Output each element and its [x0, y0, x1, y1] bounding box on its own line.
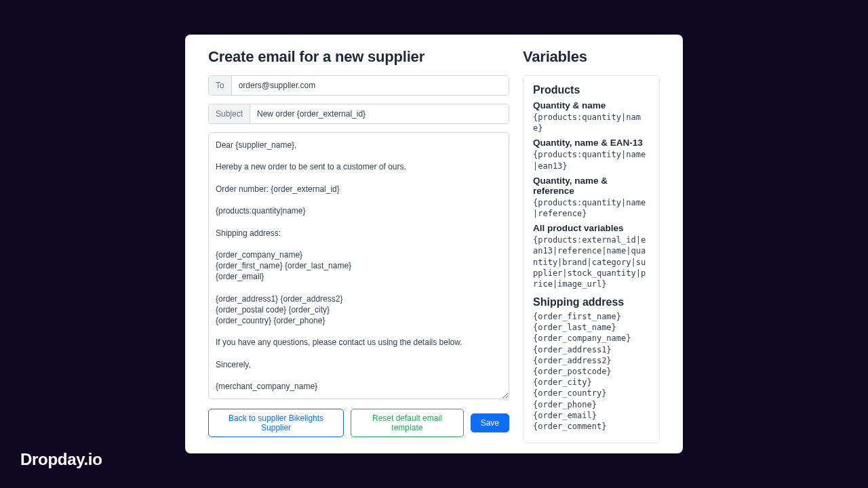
- reset-button[interactable]: Reset default email template: [351, 409, 464, 437]
- var-code: {order_email}: [533, 410, 650, 421]
- var-code: {order_address2}: [533, 355, 650, 366]
- shipping-heading: Shipping address: [533, 296, 650, 308]
- var-label: Quantity & name: [533, 100, 650, 110]
- var-code: {products:external_id|ean13|reference|na…: [533, 235, 650, 289]
- var-code: {products:quantity|name}: [533, 112, 650, 134]
- variables-title: Variables: [523, 48, 660, 66]
- products-heading: Products: [533, 84, 650, 96]
- var-code: {order_country}: [533, 388, 650, 399]
- var-code: {order_first_name}: [533, 311, 650, 322]
- var-code: {products:quantity|name|ean13}: [533, 149, 650, 171]
- action-bar: Back to supplier Bikelights Supplier Res…: [208, 409, 509, 437]
- var-code: {order_address1}: [533, 344, 650, 355]
- to-label: To: [209, 76, 232, 95]
- var-label: All product variables: [533, 223, 650, 233]
- var-code: {order_phone}: [533, 399, 650, 410]
- modal-card: Create email for a new supplier To Subje…: [185, 35, 683, 453]
- to-field-row: To: [208, 75, 509, 96]
- page-title: Create email for a new supplier: [208, 48, 509, 66]
- var-code: {order_last_name}: [533, 322, 650, 333]
- email-form: Create email for a new supplier To Subje…: [208, 48, 509, 437]
- var-code: {order_company_name}: [533, 333, 650, 344]
- variables-sidebar: Variables Products Quantity & name {prod…: [523, 48, 660, 437]
- var-code: {order_postcode}: [533, 366, 650, 377]
- save-button[interactable]: Save: [471, 413, 509, 432]
- back-button[interactable]: Back to supplier Bikelights Supplier: [208, 409, 344, 437]
- brand-logo: Dropday.io: [20, 450, 102, 469]
- variables-panel: Products Quantity & name {products:quant…: [523, 75, 660, 443]
- var-code: {order_comment}: [533, 421, 650, 432]
- body-textarea[interactable]: [208, 132, 509, 399]
- subject-field-row: Subject: [208, 104, 509, 124]
- subject-label: Subject: [209, 104, 250, 123]
- var-label: Quantity, name & EAN-13: [533, 138, 650, 148]
- var-code: {order_city}: [533, 377, 650, 388]
- shipping-vars-list: {order_first_name} {order_last_name} {or…: [533, 311, 650, 432]
- var-label: Quantity, name & reference: [533, 176, 650, 196]
- var-code: {products:quantity|name|reference}: [533, 197, 650, 219]
- subject-input[interactable]: [250, 104, 509, 123]
- to-input[interactable]: [232, 76, 509, 95]
